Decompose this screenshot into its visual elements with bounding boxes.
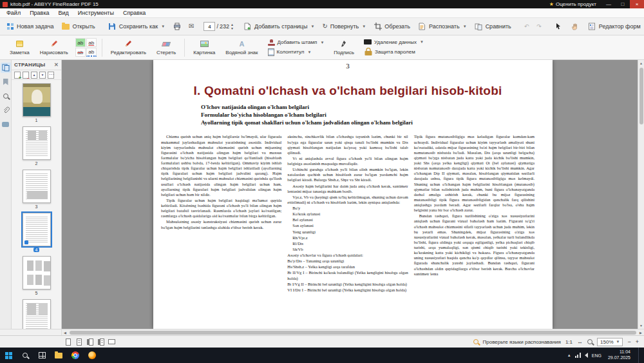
- squiggly-underline-button[interactable]: ab: [86, 48, 97, 57]
- select-tool-button[interactable]: [551, 21, 566, 33]
- taskbar-clock[interactable]: 11:04 29.07.2025: [605, 349, 633, 361]
- page-thumbnail-5[interactable]: [23, 256, 51, 289]
- rate-product-button[interactable]: ★ Оценить продукт: [544, 1, 601, 7]
- page-thumbnail-item[interactable]: 1: [23, 83, 51, 123]
- language-indicator[interactable]: ENG: [592, 353, 601, 358]
- edit-text-button[interactable]: Редактировать: [108, 38, 149, 57]
- browser-button[interactable]: [84, 348, 100, 363]
- actual-size-button[interactable]: 1:1: [565, 339, 573, 345]
- paragraph: Bundan tashqari, figura tuzilishining o'…: [414, 213, 535, 277]
- scroll-down-icon[interactable]: ▼: [639, 322, 643, 329]
- compare-button[interactable]: Сравнить: [471, 21, 515, 33]
- new-task-button[interactable]: Новая задача: [3, 21, 57, 33]
- scroll-left-icon[interactable]: ◀: [62, 331, 68, 335]
- bookmarks-panel-button[interactable]: [1, 77, 11, 87]
- volume-icon[interactable]: [585, 353, 588, 358]
- password-protect-button[interactable]: Защита паролем: [361, 47, 426, 57]
- undo-button[interactable]: ↶: [521, 21, 533, 32]
- network-icon[interactable]: [575, 353, 581, 358]
- document-view[interactable]: 3 I. Qomatni o'lchash va o'lcham belgila…: [62, 60, 644, 329]
- highlight-text-button[interactable]: ab: [75, 38, 86, 47]
- page-thumbnail-3[interactable]: [23, 170, 51, 203]
- task-view-button[interactable]: [33, 348, 50, 363]
- language-check-message[interactable]: Проверьте языки распознавания: [483, 339, 561, 345]
- page-thumbnail-item-selected[interactable]: 4: [23, 213, 51, 252]
- search-panel-button[interactable]: [1, 91, 11, 101]
- email-button[interactable]: ✉: [185, 21, 197, 32]
- more-page-actions-button[interactable]: [48, 72, 54, 79]
- menu-view[interactable]: Вид: [55, 9, 73, 17]
- two-page-continuous-button[interactable]: [97, 338, 104, 346]
- attachments-panel-button[interactable]: [1, 105, 11, 115]
- reading-mode-button[interactable]: [108, 338, 115, 346]
- open-button[interactable]: Открыть: [58, 21, 98, 33]
- previous-page-button[interactable]: ▲: [231, 23, 234, 26]
- note-button[interactable]: Заметка: [6, 38, 33, 57]
- two-page-view-button[interactable]: [86, 338, 93, 346]
- zoom-level-select[interactable]: 150% ▼: [597, 338, 623, 346]
- hand-tool-button[interactable]: [567, 21, 582, 33]
- signature-button[interactable]: Подпись: [330, 38, 357, 57]
- rotate-button[interactable]: ↻ Повернуть ▼: [319, 21, 369, 32]
- vertical-scrollbar[interactable]: ▲ ▼: [638, 60, 644, 329]
- show-desktop-button[interactable]: [638, 348, 641, 363]
- zoom-in-button[interactable]: +: [636, 338, 639, 345]
- page-thumbnail-item[interactable]: 2: [23, 126, 51, 166]
- redo-button[interactable]: ↷: [533, 21, 545, 32]
- move-page-down-button[interactable]: [39, 72, 46, 79]
- page-thumbnail-item[interactable]: 3: [23, 170, 51, 209]
- menu-tools[interactable]: Инструменты: [74, 9, 118, 17]
- delete-page-button[interactable]: [23, 72, 29, 79]
- menu-file[interactable]: Файл: [3, 9, 24, 17]
- header-footer-button[interactable]: Колонтитул ▼: [265, 48, 327, 57]
- redaction-button[interactable]: Удаление данных ▼: [361, 39, 426, 46]
- maximize-button[interactable]: □: [616, 0, 630, 8]
- menu-edit[interactable]: Правка: [26, 9, 53, 17]
- file-explorer-button[interactable]: [50, 348, 67, 363]
- vertical-scroll-thumb[interactable]: [639, 68, 643, 124]
- continuous-view-button[interactable]: [75, 338, 82, 346]
- fit-width-icon[interactable]: ↔: [577, 338, 583, 345]
- add-pages-button[interactable]: Добавить страницы ▼: [240, 21, 317, 33]
- page-thumbnail-6[interactable]: [23, 299, 51, 329]
- taskbar-search-button[interactable]: [17, 348, 33, 363]
- menu-help[interactable]: Справка: [119, 9, 149, 17]
- recognize-button[interactable]: Распознать ▼: [415, 21, 470, 33]
- picture-button[interactable]: Картинка: [190, 38, 218, 57]
- crop-button[interactable]: Обрезать: [370, 21, 413, 33]
- page-thumbnail-item[interactable]: 5: [23, 256, 51, 295]
- page-number-input[interactable]: [204, 22, 215, 31]
- close-button[interactable]: ×: [630, 0, 644, 8]
- close-panel-icon[interactable]: ✕: [54, 62, 59, 68]
- erase-button[interactable]: Стереть: [153, 38, 179, 57]
- next-page-button[interactable]: ▼: [231, 27, 234, 30]
- page-thumbnail-1[interactable]: [23, 83, 51, 117]
- save-as-button[interactable]: Сохранить как ▼: [105, 21, 168, 33]
- comments-panel-button[interactable]: [1, 119, 11, 130]
- minimize-button[interactable]: —: [601, 0, 616, 8]
- watermark-button[interactable]: A Водяной знак: [222, 38, 261, 57]
- underline-text-button[interactable]: ab: [86, 38, 97, 47]
- print-button[interactable]: [169, 21, 184, 33]
- horizontal-scrollbar[interactable]: ◀ ▶: [62, 329, 644, 335]
- pages-panel-button[interactable]: [1, 63, 11, 73]
- page-thumbnail-4[interactable]: [23, 213, 51, 246]
- page-thumbnail-item[interactable]: 6: [23, 299, 51, 329]
- scroll-up-icon[interactable]: ▲: [639, 60, 643, 66]
- zoom-out-button[interactable]: −: [627, 338, 630, 345]
- add-page-button[interactable]: [14, 72, 21, 79]
- tray-expand-icon[interactable]: ▲: [567, 353, 571, 357]
- move-page-up-button[interactable]: [31, 72, 37, 79]
- add-stamp-button[interactable]: Добавить штамп ▼: [265, 39, 327, 46]
- horizontal-scroll-thumb[interactable]: [70, 331, 636, 335]
- single-page-view-button[interactable]: [64, 338, 71, 346]
- draw-button[interactable]: Нарисовать: [37, 38, 71, 57]
- page-thumbnail-2[interactable]: [23, 126, 51, 160]
- form-editor-button[interactable]: Редактор форм: [585, 21, 644, 33]
- start-button[interactable]: [0, 348, 17, 363]
- strikethrough-text-button[interactable]: ab: [75, 48, 86, 57]
- chrome-button[interactable]: [67, 348, 84, 363]
- scroll-right-icon[interactable]: ▶: [638, 331, 644, 335]
- subtitle-line: O'lchov natijasida olingan o'lcham belgi…: [201, 103, 535, 111]
- zoom-tool-icon[interactable]: [587, 339, 592, 344]
